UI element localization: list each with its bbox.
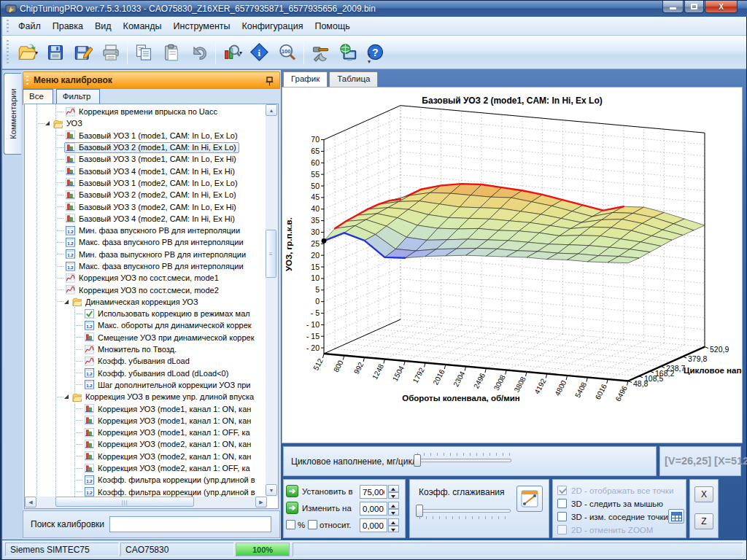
tree-item[interactable]: Коррекция времени впрыска по Uacc [25, 106, 266, 117]
tree-folder[interactable]: Коррекция УОЗ в режиме упр. длиной впуск… [25, 391, 266, 402]
menu-item-4[interactable]: Инструменты [168, 19, 236, 34]
percent-checkbox[interactable] [286, 520, 295, 529]
tree-item[interactable]: Базовый УОЗ 4 (mode2, CAM: In Hi, Ex Hi) [25, 213, 266, 225]
tab-all[interactable]: Все [23, 89, 53, 105]
maximize-button[interactable] [684, 1, 704, 13]
zoom-100-button[interactable]: 100 [274, 39, 301, 66]
tree-item[interactable]: Коррекция УОЗ (mode1, канал 1: ON, кан [25, 402, 266, 414]
cycle-fill-slider[interactable] [415, 459, 511, 462]
surface-chart[interactable]: Базовый УОЗ 2 (mode1, CAM: In Hi, Ex Lo)… [282, 87, 743, 443]
tree-item[interactable]: Базовый УОЗ 2 (mode2, CAM: In Hi, Ex Lo) [25, 189, 266, 201]
expander-icon[interactable] [64, 394, 69, 399]
tree-folder[interactable]: Динамическая коррекция УОЗ [25, 296, 266, 308]
undo-button[interactable] [185, 39, 213, 66]
option-checkbox-3[interactable] [557, 525, 567, 534]
tools-button[interactable] [306, 39, 334, 66]
close-button[interactable]: X [705, 1, 738, 13]
relative-value-input[interactable] [360, 518, 387, 532]
smoothing-slider[interactable] [417, 509, 511, 513]
calibration-search-input[interactable] [109, 516, 271, 532]
chart-canvas[interactable]: - 20- 15- 10- 50510152025303540455055606… [282, 88, 742, 443]
tree-item[interactable]: 1.2Мин. фаза выпускного РВ для интерполя… [25, 249, 266, 260]
tree-item[interactable]: Коррекция УОЗ по сост.смеси, mode2 [25, 284, 266, 295]
tree-item[interactable]: Базовый УОЗ 1 (mode2, CAM: In Lo, Ex Lo) [25, 177, 266, 189]
tab-table[interactable]: Таблица [329, 71, 378, 87]
tree-item[interactable]: Базовый УОЗ 1 (mode1, CAM: In Lo, Ex Lo) [25, 130, 266, 141]
menu-item-1[interactable]: Правка [47, 19, 89, 34]
tree-item[interactable]: Коэфф. убывания dLoad [25, 355, 266, 367]
change-value-spinner[interactable] [388, 502, 399, 516]
calibration-tree[interactable]: Коррекция времени впрыска по UaccУОЗБазо… [24, 104, 279, 509]
tree-item[interactable]: Коррекция УОЗ (mode1, канал 1: ON, кан [25, 415, 266, 427]
toolbar-grip[interactable] [7, 40, 9, 63]
tree-item[interactable]: 1.2Макс. фаза впускного РВ для интерполя… [25, 260, 266, 272]
tree-vscroll-thumb[interactable]: ≡ [266, 230, 276, 278]
tab-filter[interactable]: Фильтр [56, 89, 101, 104]
menu-item-0[interactable]: Файл [12, 19, 47, 34]
tree-item[interactable]: 1.2Коэфф. фильтра коррекции (упр.длиной … [25, 474, 266, 486]
tree-vertical-scrollbar[interactable]: ▲ ≡ ▼ [266, 104, 278, 497]
tree-item[interactable]: Использовать коррекцию в режимах мал [25, 308, 266, 319]
tree-item[interactable]: Множитель по Твозд. [25, 343, 266, 355]
tab-graph[interactable]: График [283, 71, 328, 88]
relative-value-spinner[interactable] [388, 518, 399, 532]
z-axis-button[interactable]: Z [694, 513, 713, 529]
tree-item[interactable]: Базовый УОЗ 3 (mode2, CAM: In Lo, Ex Hi) [25, 201, 266, 212]
tree-item[interactable]: Коррекция УОЗ (mode2, канал 1: OFF, ка [25, 462, 266, 474]
smoothing-slider-handle[interactable] [416, 505, 423, 517]
apply-change-button[interactable]: ➔ [286, 502, 298, 514]
tree-item[interactable]: Базовый УОЗ 4 (mode1, CAM: In Hi, Ex Hi) [25, 165, 266, 176]
comments-vertical-tab[interactable]: Комментарии [4, 73, 21, 155]
menubar-grip[interactable] [7, 20, 9, 33]
scroll-down-button[interactable]: ▼ [266, 484, 277, 496]
option-checkbox-2[interactable] [557, 512, 567, 521]
selected-point-marker[interactable] [322, 238, 327, 244]
save-button[interactable] [42, 39, 69, 66]
tree-item[interactable]: 1.2Макс. фаза впускного РВ для интерполя… [25, 236, 266, 248]
set-value-input[interactable] [360, 485, 387, 499]
tree-folder[interactable]: УОЗ [25, 117, 266, 129]
option-checkbox-0[interactable] [557, 486, 567, 495]
grid-edit-button[interactable] [668, 509, 684, 524]
expander-icon[interactable] [45, 121, 50, 125]
online-button[interactable] [334, 39, 362, 66]
scroll-right-button[interactable]: ▶ [255, 497, 267, 508]
dropdown-arrow-icon[interactable]: ▾ [239, 50, 242, 56]
dropdown-arrow-icon[interactable]: ▾ [35, 50, 38, 56]
option-checkbox-1[interactable] [557, 499, 567, 508]
tree-item[interactable]: Коррекция УОЗ (mode2, канал 1: ON, кан [25, 438, 266, 450]
relative-checkbox[interactable] [308, 520, 317, 529]
tree-hscroll-thumb[interactable]: ||| [55, 497, 194, 507]
change-value-input[interactable] [360, 502, 387, 516]
tree-item[interactable]: Базовый УОЗ 2 (mode1, CAM: In Hi, Ex Lo) [25, 141, 266, 153]
tree-item[interactable]: Смещение УОЗ при динамической коррек [25, 332, 266, 343]
x-axis-button[interactable]: X [694, 486, 713, 502]
pin-icon[interactable] [266, 76, 274, 89]
set-value-spinner[interactable] [388, 485, 399, 499]
tree-item[interactable]: Коррекция УОЗ (mode2, канал 1: ON, кан [25, 451, 266, 462]
tree-item[interactable]: 1.2Мин. фаза впускного РВ для интерполяц… [25, 225, 266, 236]
save-as-button[interactable] [69, 39, 97, 66]
expander-icon[interactable] [64, 300, 69, 304]
menu-item-2[interactable]: Вид [89, 19, 117, 34]
tree-item[interactable]: Коррекция УОЗ (mode1, канал 1: OFF, ка [25, 427, 266, 438]
scroll-up-button[interactable]: ▲ [266, 104, 277, 116]
info-button[interactable]: i [246, 39, 274, 66]
view-maps-button[interactable]: ▾ [218, 39, 246, 66]
open-button[interactable]: ▾ [14, 39, 42, 66]
tree-item[interactable]: Базовый УОЗ 3 (mode1, CAM: In Lo, Ex Hi) [25, 153, 266, 165]
menu-item-5[interactable]: Конфигурация [236, 19, 309, 34]
panel-grip[interactable] [26, 76, 28, 86]
tree-item[interactable]: Коррекция УОЗ по сост.смеси, mode1 [25, 272, 266, 284]
menu-item-3[interactable]: Команды [117, 19, 168, 34]
tree-item[interactable]: 1.2Шаг дополнительной коррекции УОЗ при [25, 379, 266, 391]
scroll-left-button[interactable]: ◀ [25, 497, 36, 508]
toolbar-overflow-chevron[interactable]: ▾▾ [365, 40, 373, 65]
paste-button[interactable] [158, 39, 185, 66]
copy-button[interactable] [130, 39, 158, 66]
apply-set-button[interactable]: ➔ [286, 485, 298, 497]
smooth-apply-button[interactable] [516, 486, 543, 512]
minimize-button[interactable] [662, 1, 684, 13]
cycle-fill-slider-handle[interactable] [414, 454, 421, 467]
tree-horizontal-scrollbar[interactable]: ◀ ||| ▶ [25, 497, 267, 508]
